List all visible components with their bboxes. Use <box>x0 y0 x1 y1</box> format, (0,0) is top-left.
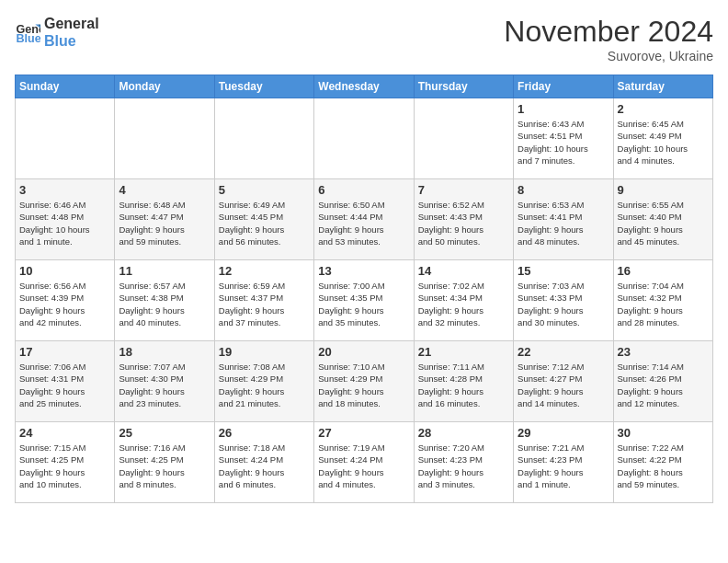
day-info: Sunrise: 6:57 AM Sunset: 4:38 PM Dayligh… <box>119 280 210 328</box>
day-header-wednesday: Wednesday <box>314 75 414 98</box>
day-cell: 3Sunrise: 6:46 AM Sunset: 4:48 PM Daylig… <box>16 179 115 260</box>
day-cell: 17Sunrise: 7:06 AM Sunset: 4:31 PM Dayli… <box>16 341 115 422</box>
day-cell: 10Sunrise: 6:56 AM Sunset: 4:39 PM Dayli… <box>16 260 115 341</box>
day-info: Sunrise: 6:49 AM Sunset: 4:45 PM Dayligh… <box>219 199 310 247</box>
month-title: November 2024 <box>504 15 713 49</box>
day-number: 2 <box>618 102 709 116</box>
svg-text:Blue: Blue <box>16 32 40 45</box>
day-number: 12 <box>219 264 310 278</box>
day-cell: 22Sunrise: 7:12 AM Sunset: 4:27 PM Dayli… <box>514 341 613 422</box>
day-number: 13 <box>318 264 409 278</box>
day-number: 22 <box>518 345 609 359</box>
week-row-1: 1Sunrise: 6:43 AM Sunset: 4:51 PM Daylig… <box>16 98 713 179</box>
day-info: Sunrise: 6:43 AM Sunset: 4:51 PM Dayligh… <box>518 118 609 167</box>
day-cell: 13Sunrise: 7:00 AM Sunset: 4:35 PM Dayli… <box>314 260 414 341</box>
day-cell: 25Sunrise: 7:16 AM Sunset: 4:25 PM Dayli… <box>115 422 214 503</box>
day-number: 29 <box>518 426 609 440</box>
day-cell: 27Sunrise: 7:19 AM Sunset: 4:24 PM Dayli… <box>314 422 414 503</box>
day-info: Sunrise: 6:50 AM Sunset: 4:44 PM Dayligh… <box>318 199 409 247</box>
day-cell <box>214 98 313 179</box>
logo: Gene Blue General Blue <box>15 15 99 50</box>
calendar-header-row: SundayMondayTuesdayWednesdayThursdayFrid… <box>16 75 713 98</box>
day-cell <box>314 98 414 179</box>
day-number: 5 <box>219 183 310 197</box>
day-cell: 28Sunrise: 7:20 AM Sunset: 4:23 PM Dayli… <box>414 422 513 503</box>
week-row-5: 24Sunrise: 7:15 AM Sunset: 4:25 PM Dayli… <box>16 422 713 503</box>
day-number: 16 <box>618 264 709 278</box>
day-number: 9 <box>618 183 709 197</box>
day-cell: 24Sunrise: 7:15 AM Sunset: 4:25 PM Dayli… <box>16 422 115 503</box>
day-number: 30 <box>618 426 709 440</box>
day-cell <box>115 98 214 179</box>
week-row-3: 10Sunrise: 6:56 AM Sunset: 4:39 PM Dayli… <box>16 260 713 341</box>
day-info: Sunrise: 7:00 AM Sunset: 4:35 PM Dayligh… <box>318 280 409 328</box>
day-cell: 11Sunrise: 6:57 AM Sunset: 4:38 PM Dayli… <box>115 260 214 341</box>
day-info: Sunrise: 7:22 AM Sunset: 4:22 PM Dayligh… <box>618 442 709 490</box>
day-header-saturday: Saturday <box>613 75 712 98</box>
day-info: Sunrise: 7:11 AM Sunset: 4:28 PM Dayligh… <box>418 361 509 409</box>
day-number: 15 <box>518 264 609 278</box>
day-cell: 2Sunrise: 6:45 AM Sunset: 4:49 PM Daylig… <box>613 98 712 179</box>
day-number: 20 <box>318 345 409 359</box>
day-cell: 19Sunrise: 7:08 AM Sunset: 4:29 PM Dayli… <box>214 341 313 422</box>
day-header-thursday: Thursday <box>414 75 513 98</box>
day-number: 26 <box>219 426 310 440</box>
day-number: 7 <box>418 183 509 197</box>
day-info: Sunrise: 6:53 AM Sunset: 4:41 PM Dayligh… <box>518 199 609 247</box>
day-cell: 4Sunrise: 6:48 AM Sunset: 4:47 PM Daylig… <box>115 179 214 260</box>
day-info: Sunrise: 7:03 AM Sunset: 4:33 PM Dayligh… <box>518 280 609 328</box>
day-number: 11 <box>119 264 210 278</box>
day-cell: 1Sunrise: 6:43 AM Sunset: 4:51 PM Daylig… <box>514 98 613 179</box>
day-info: Sunrise: 6:55 AM Sunset: 4:40 PM Dayligh… <box>618 199 709 247</box>
day-number: 17 <box>19 345 110 359</box>
day-info: Sunrise: 7:08 AM Sunset: 4:29 PM Dayligh… <box>219 361 310 409</box>
day-cell: 30Sunrise: 7:22 AM Sunset: 4:22 PM Dayli… <box>613 422 712 503</box>
day-cell: 8Sunrise: 6:53 AM Sunset: 4:41 PM Daylig… <box>514 179 613 260</box>
day-info: Sunrise: 7:12 AM Sunset: 4:27 PM Dayligh… <box>518 361 609 409</box>
day-header-monday: Monday <box>115 75 214 98</box>
day-info: Sunrise: 7:19 AM Sunset: 4:24 PM Dayligh… <box>318 442 409 490</box>
logo-line2: Blue <box>44 32 99 50</box>
day-number: 8 <box>518 183 609 197</box>
day-number: 23 <box>618 345 709 359</box>
day-number: 4 <box>119 183 210 197</box>
day-cell: 5Sunrise: 6:49 AM Sunset: 4:45 PM Daylig… <box>214 179 313 260</box>
day-number: 14 <box>418 264 509 278</box>
day-info: Sunrise: 7:06 AM Sunset: 4:31 PM Dayligh… <box>19 361 110 409</box>
page-header: Gene Blue General Blue November 2024 Suv… <box>15 15 713 63</box>
day-cell: 9Sunrise: 6:55 AM Sunset: 4:40 PM Daylig… <box>613 179 712 260</box>
day-number: 6 <box>318 183 409 197</box>
day-number: 1 <box>518 102 609 116</box>
day-cell: 23Sunrise: 7:14 AM Sunset: 4:26 PM Dayli… <box>613 341 712 422</box>
day-cell <box>414 98 513 179</box>
week-row-2: 3Sunrise: 6:46 AM Sunset: 4:48 PM Daylig… <box>16 179 713 260</box>
day-cell: 29Sunrise: 7:21 AM Sunset: 4:23 PM Dayli… <box>514 422 613 503</box>
day-info: Sunrise: 7:20 AM Sunset: 4:23 PM Dayligh… <box>418 442 509 490</box>
day-cell: 16Sunrise: 7:04 AM Sunset: 4:32 PM Dayli… <box>613 260 712 341</box>
day-cell: 18Sunrise: 7:07 AM Sunset: 4:30 PM Dayli… <box>115 341 214 422</box>
day-info: Sunrise: 6:46 AM Sunset: 4:48 PM Dayligh… <box>19 199 110 247</box>
day-info: Sunrise: 6:52 AM Sunset: 4:43 PM Dayligh… <box>418 199 509 247</box>
day-number: 10 <box>19 264 110 278</box>
day-cell <box>16 98 115 179</box>
day-info: Sunrise: 7:07 AM Sunset: 4:30 PM Dayligh… <box>119 361 210 409</box>
day-info: Sunrise: 6:59 AM Sunset: 4:37 PM Dayligh… <box>219 280 310 328</box>
day-info: Sunrise: 7:18 AM Sunset: 4:24 PM Dayligh… <box>219 442 310 490</box>
location: Suvorove, Ukraine <box>504 49 713 63</box>
day-number: 27 <box>318 426 409 440</box>
day-number: 3 <box>19 183 110 197</box>
day-cell: 7Sunrise: 6:52 AM Sunset: 4:43 PM Daylig… <box>414 179 513 260</box>
calendar-table: SundayMondayTuesdayWednesdayThursdayFrid… <box>15 75 713 503</box>
day-info: Sunrise: 7:10 AM Sunset: 4:29 PM Dayligh… <box>318 361 409 409</box>
day-info: Sunrise: 7:16 AM Sunset: 4:25 PM Dayligh… <box>119 442 210 490</box>
day-number: 24 <box>19 426 110 440</box>
day-number: 18 <box>119 345 210 359</box>
day-number: 25 <box>119 426 210 440</box>
day-info: Sunrise: 6:48 AM Sunset: 4:47 PM Dayligh… <box>119 199 210 247</box>
day-number: 21 <box>418 345 509 359</box>
day-cell: 20Sunrise: 7:10 AM Sunset: 4:29 PM Dayli… <box>314 341 414 422</box>
day-cell: 15Sunrise: 7:03 AM Sunset: 4:33 PM Dayli… <box>514 260 613 341</box>
day-header-friday: Friday <box>514 75 613 98</box>
day-cell: 14Sunrise: 7:02 AM Sunset: 4:34 PM Dayli… <box>414 260 513 341</box>
day-header-sunday: Sunday <box>16 75 115 98</box>
